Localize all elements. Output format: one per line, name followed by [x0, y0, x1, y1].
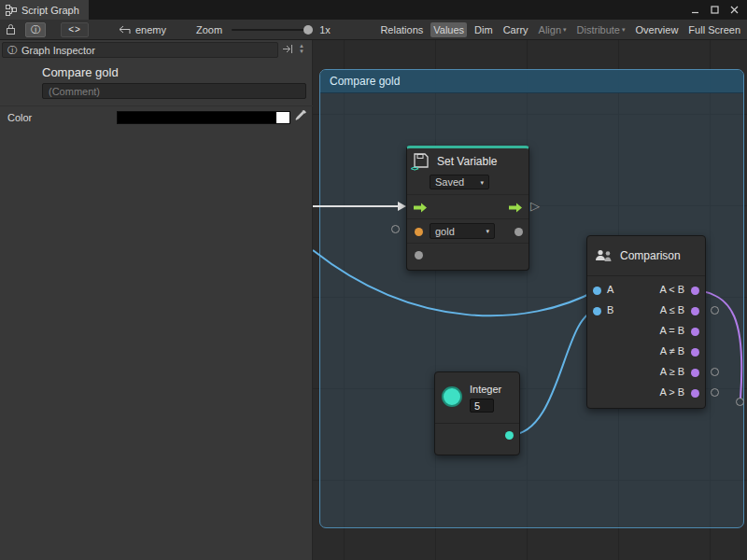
- comparison-row: A = B: [587, 321, 705, 342]
- code-icon: <>: [68, 24, 81, 35]
- value-input-row: [407, 243, 529, 265]
- value-out-port[interactable]: [514, 228, 523, 236]
- comparison-rows: A A < B B A ≤ B A = B A ≠ B A ≥ B: [587, 276, 705, 403]
- unconnected-port[interactable]: [391, 225, 400, 233]
- input-a-label: A: [607, 284, 613, 295]
- dock-panel-icon[interactable]: [282, 44, 293, 54]
- variable-kind-port[interactable]: [415, 228, 423, 236]
- set-variable-node[interactable]: <> Set Variable Saved ▾ gold ▾: [406, 146, 529, 271]
- color-alpha-segment: [276, 112, 289, 123]
- output-a-gt-b-port[interactable]: [691, 389, 699, 398]
- inspector-toggle-button[interactable]: ⓘ: [25, 22, 46, 37]
- zoom-slider[interactable]: [232, 29, 310, 31]
- info-icon: ⓘ: [7, 44, 17, 57]
- values-button[interactable]: Values: [430, 22, 467, 37]
- flow-continue-port[interactable]: ▷: [530, 200, 540, 212]
- title-bar: Script Graph: [0, 0, 747, 20]
- carry-button[interactable]: Carry: [500, 22, 531, 37]
- comparison-row: A > B: [587, 383, 705, 403]
- comparison-row: A A < B: [587, 280, 705, 301]
- output-label: A ≥ B: [660, 366, 684, 377]
- comparison-row: B A ≤ B: [587, 301, 705, 321]
- graph-title: Compare gold: [42, 65, 119, 79]
- divider: [0, 105, 313, 106]
- group-title: Compare gold: [330, 75, 400, 88]
- integer-value-field[interactable]: 5: [470, 399, 494, 413]
- graph-inspector-panel: ⓘ Graph Inspector ▲ ▼ Compare gold Color: [0, 40, 313, 560]
- code-view-button[interactable]: <>: [61, 22, 89, 37]
- toolbar-buttons: Relations Values Dim Carry Align ▾ Distr…: [377, 22, 747, 37]
- breadcrumb-label: enemy: [135, 24, 166, 35]
- tab-script-graph[interactable]: Script Graph: [0, 0, 89, 20]
- output-label: A ≤ B: [660, 304, 684, 315]
- comparison-header[interactable]: Comparison: [587, 236, 705, 276]
- integer-out-port[interactable]: [505, 431, 514, 440]
- output-a-neq-b-port[interactable]: [691, 348, 699, 357]
- graph-toolbar: ⓘ <> enemy Zoom 1x Relations Values Dim …: [0, 20, 747, 40]
- info-icon: ⓘ: [31, 23, 40, 36]
- output-a-less-b-port[interactable]: [691, 287, 699, 295]
- inspector-header: ⓘ Graph Inspector: [2, 42, 278, 58]
- chevron-down-icon: ▾: [563, 26, 567, 33]
- tab-label: Script Graph: [21, 5, 79, 16]
- zoom-label: Zoom: [196, 24, 222, 35]
- output-a-lte-b-port[interactable]: [691, 307, 699, 315]
- input-a-port[interactable]: [593, 287, 601, 295]
- node-title: Set Variable: [437, 152, 497, 168]
- comparison-node[interactable]: Comparison A A < B B A ≤ B A = B A ≠ B: [586, 235, 706, 409]
- input-b-port[interactable]: [593, 307, 601, 315]
- unconnected-port[interactable]: [711, 368, 719, 376]
- node-title: Comparison: [620, 249, 681, 262]
- output-label: A ≠ B: [660, 345, 684, 357]
- full-screen-button[interactable]: Full Screen: [685, 22, 743, 37]
- graph-breadcrumb[interactable]: enemy: [119, 24, 166, 35]
- integer-type-icon: [442, 386, 462, 407]
- zoom-slider-handle[interactable]: [303, 25, 313, 35]
- divider: [435, 423, 519, 424]
- comment-input[interactable]: [42, 83, 306, 99]
- inspector-header-label: Graph Inspector: [21, 45, 95, 56]
- output-label: A = B: [659, 325, 684, 336]
- overview-button[interactable]: Overview: [633, 22, 682, 37]
- unconnected-port[interactable]: [711, 388, 719, 397]
- relations-button[interactable]: Relations: [377, 22, 426, 37]
- color-swatch[interactable]: [117, 111, 290, 124]
- input-b-label: B: [607, 304, 613, 315]
- variable-name-row: gold ▾: [407, 218, 529, 243]
- graph-canvas[interactable]: Compare gold <> Set Variable Saved ▾: [313, 40, 747, 560]
- align-dropdown-button[interactable]: Align ▾: [536, 22, 570, 37]
- output-a-eq-b-port[interactable]: [691, 328, 699, 336]
- eyedropper-icon[interactable]: [295, 109, 307, 123]
- integer-node[interactable]: Integer 5: [434, 371, 520, 455]
- wire-endpoint-port[interactable]: [736, 398, 744, 406]
- code-badge-icon: <>: [411, 164, 417, 173]
- value-in-port[interactable]: [415, 251, 423, 259]
- node-title: Integer: [470, 384, 501, 395]
- variable-name-dropdown[interactable]: gold ▾: [430, 223, 495, 239]
- set-variable-header[interactable]: <> Set Variable: [407, 148, 529, 171]
- chevron-down-icon: ▾: [480, 179, 484, 186]
- panel-scroll-spinner[interactable]: ▲ ▼: [299, 43, 304, 54]
- window-controls: [691, 6, 747, 14]
- variable-kind-dropdown[interactable]: Saved ▾: [430, 175, 489, 189]
- distribute-dropdown-button[interactable]: Distribute ▾: [574, 22, 628, 37]
- unconnected-port[interactable]: [711, 306, 719, 315]
- lock-icon[interactable]: [6, 23, 16, 35]
- flow-in-port[interactable]: [413, 203, 428, 213]
- close-icon[interactable]: [730, 6, 739, 14]
- flow-out-port[interactable]: [508, 203, 523, 213]
- dim-button[interactable]: Dim: [472, 22, 496, 37]
- maximize-icon[interactable]: [711, 6, 719, 14]
- chevron-down-icon: ▾: [622, 26, 626, 33]
- minimize-icon[interactable]: [691, 6, 699, 14]
- output-a-gte-b-port[interactable]: [691, 369, 699, 377]
- color-label: Color: [7, 112, 32, 123]
- comparison-row: A ≠ B: [587, 342, 705, 362]
- output-label: A < B: [659, 284, 684, 295]
- flow-row: [407, 194, 529, 218]
- save-variable-icon: <>: [413, 152, 431, 171]
- output-label: A > B: [659, 386, 684, 398]
- jump-arrow-icon: [119, 25, 131, 35]
- group-frame-header[interactable]: Compare gold: [320, 70, 743, 93]
- spin-down-icon[interactable]: ▼: [299, 49, 304, 54]
